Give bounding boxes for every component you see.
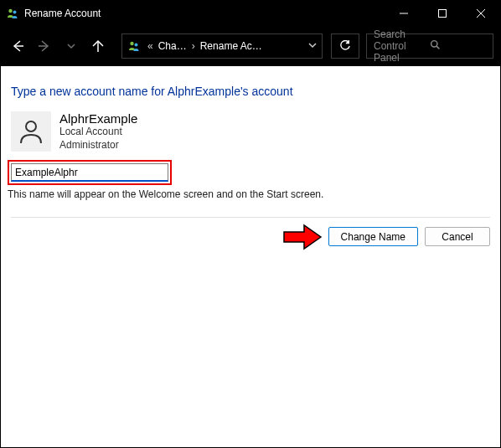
toolbar: « Cha… › Rename Ac… Search Control Panel <box>1 26 500 66</box>
svg-point-11 <box>431 41 437 47</box>
chevron-down-icon[interactable] <box>308 40 317 52</box>
refresh-button[interactable] <box>331 33 359 59</box>
page-heading: Type a new account name for AlphrExample… <box>11 85 490 98</box>
breadcrumb-item[interactable]: Cha… <box>158 40 187 52</box>
content-area: Type a new account name for AlphrExample… <box>1 66 500 263</box>
user-info-row: AlphrExample Local Account Administrator <box>11 111 490 152</box>
window-title: Rename Account <box>24 8 101 19</box>
change-name-button[interactable]: Change Name <box>328 227 418 246</box>
svg-point-13 <box>26 121 36 131</box>
svg-line-12 <box>436 46 439 49</box>
svg-rect-3 <box>439 10 447 18</box>
forward-button[interactable] <box>34 36 54 56</box>
hint-text: This name will appear on the Welcome scr… <box>8 188 490 200</box>
titlebar: Rename Account <box>1 1 500 26</box>
separator <box>11 217 490 218</box>
window-controls <box>385 1 500 26</box>
new-name-input[interactable] <box>11 163 168 182</box>
avatar <box>11 111 51 152</box>
svg-point-1 <box>13 11 17 14</box>
user-accounts-icon <box>6 7 19 20</box>
account-type: Local Account <box>59 126 137 139</box>
search-box[interactable]: Search Control Panel <box>366 33 493 59</box>
address-bar[interactable]: « Cha… › Rename Ac… <box>121 33 323 59</box>
chevron-right-icon: › <box>192 40 195 52</box>
svg-point-9 <box>130 42 133 45</box>
maximize-button[interactable] <box>423 1 462 26</box>
back-button[interactable] <box>8 36 28 56</box>
button-row: Change Name Cancel <box>11 227 490 263</box>
account-role: Administrator <box>59 139 137 152</box>
user-accounts-icon <box>127 39 141 53</box>
crumb-sep-icon: « <box>147 40 153 52</box>
minimize-button[interactable] <box>385 1 423 26</box>
svg-point-10 <box>135 44 138 47</box>
user-meta: AlphrExample Local Account Administrator <box>59 111 137 152</box>
name-input-highlight <box>8 160 172 185</box>
recent-dropdown[interactable] <box>61 36 81 56</box>
breadcrumb-item[interactable]: Rename Ac… <box>200 40 262 52</box>
up-button[interactable] <box>88 36 108 56</box>
annotation-arrow-icon <box>282 222 323 252</box>
search-placeholder: Search Control Panel <box>374 28 430 64</box>
cancel-button[interactable]: Cancel <box>425 227 490 246</box>
search-icon <box>430 39 486 53</box>
account-name: AlphrExample <box>59 111 137 126</box>
close-button[interactable] <box>462 1 500 26</box>
svg-point-0 <box>8 9 12 13</box>
